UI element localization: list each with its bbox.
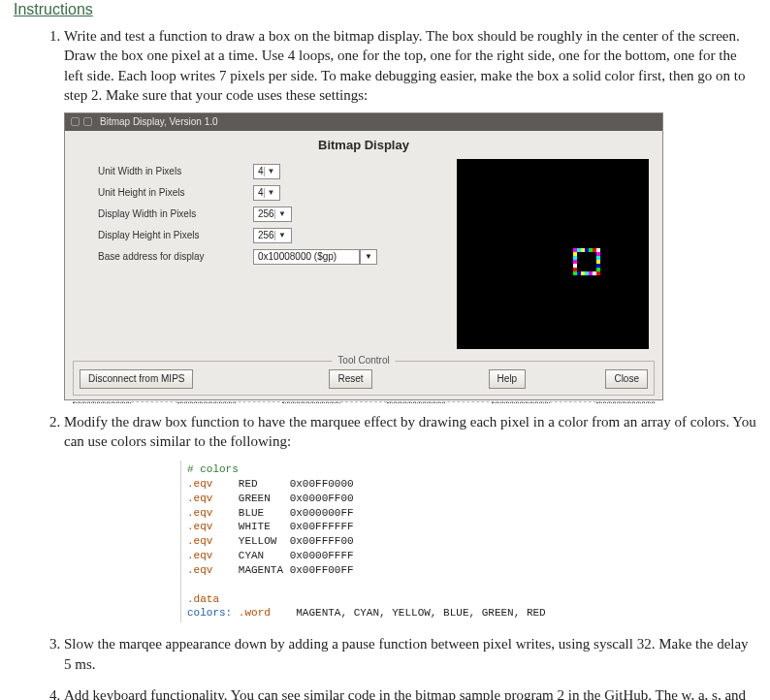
tool-control-legend: Tool Control xyxy=(332,354,395,367)
instruction-text-2: Modify the draw box function to have the… xyxy=(64,414,756,449)
base-address-field[interactable]: 0x10008000 ($gp) xyxy=(253,249,360,265)
window-titlebar: Bitmap Display, Version 1.0 xyxy=(65,113,662,131)
setting-unit-width: Unit Width in Pixels 4 ▼ xyxy=(98,161,385,182)
page-title: Instructions xyxy=(14,0,756,26)
unit-height-dropdown[interactable]: 4 ▼ xyxy=(253,185,280,201)
instruction-item-1: Write and test a function to draw a box … xyxy=(64,26,756,400)
chevron-down-icon: ▼ xyxy=(274,209,289,220)
close-button[interactable]: Close xyxy=(605,369,648,389)
bitmap-display-window: Bitmap Display, Version 1.0 Bitmap Displ… xyxy=(64,112,663,400)
setting-label: Display Width in Pixels xyxy=(98,207,253,221)
instruction-text-4: Add keyboard functionality. You can see … xyxy=(64,687,746,700)
code-sample: # colors .eqv RED 0x00FF0000 .eqv GREEN … xyxy=(180,461,588,622)
dropdown-value: 256 xyxy=(258,207,274,221)
window-control-icon[interactable] xyxy=(83,117,92,126)
bitmap-display-canvas xyxy=(457,159,649,349)
instruction-text-3: Slow the marqee appearance down by addin… xyxy=(64,636,749,671)
setting-unit-height: Unit Height in Pixels 4 ▼ xyxy=(98,182,385,204)
dropdown-value: 256 xyxy=(258,229,274,242)
setting-label: Unit Height in Pixels xyxy=(98,186,253,200)
setting-label: Base address for display xyxy=(98,250,253,264)
setting-display-height: Display Height in Pixels 256 ▼ xyxy=(98,225,385,246)
chevron-down-icon: ▼ xyxy=(264,167,278,177)
setting-label: Display Height in Pixels xyxy=(98,229,253,242)
instruction-item-4: Add keyboard functionality. You can see … xyxy=(64,685,756,700)
display-height-dropdown[interactable]: 256 ▼ xyxy=(253,228,292,243)
display-width-dropdown[interactable]: 256 ▼ xyxy=(253,207,292,222)
window-title-text: Bitmap Display, Version 1.0 xyxy=(100,115,218,129)
setting-display-width: Display Width in Pixels 256 ▼ xyxy=(98,204,385,225)
base-address-dropdown[interactable]: ▼ xyxy=(360,249,377,265)
chevron-down-icon: ▼ xyxy=(264,188,278,199)
dotted-rule xyxy=(73,401,655,402)
setting-base-address: Base address for display 0x10008000 ($gp… xyxy=(98,246,385,268)
drawn-box xyxy=(573,248,600,275)
instruction-item-3: Slow the marqee appearance down by addin… xyxy=(64,634,756,674)
unit-width-dropdown[interactable]: 4 ▼ xyxy=(253,164,280,179)
chevron-down-icon: ▼ xyxy=(365,252,372,263)
chevron-down-icon: ▼ xyxy=(274,231,289,241)
settings-panel: Unit Width in Pixels 4 ▼ Unit Height in … xyxy=(75,159,385,349)
setting-label: Unit Width in Pixels xyxy=(98,165,253,178)
tool-control-panel: Tool Control Disconnect from MIPS Reset … xyxy=(73,361,655,396)
tool-heading: Bitmap Display xyxy=(65,131,662,158)
window-control-icon[interactable] xyxy=(71,117,80,126)
disconnect-button[interactable]: Disconnect from MIPS xyxy=(80,369,193,389)
help-button[interactable]: Help xyxy=(489,369,527,389)
instructions-list: Write and test a function to draw a box … xyxy=(14,26,756,700)
dropdown-value: 0x10008000 ($gp) xyxy=(258,250,337,264)
reset-button[interactable]: Reset xyxy=(329,369,371,389)
instruction-item-2: Modify the draw box function to have the… xyxy=(64,412,756,623)
instruction-text-1: Write and test a function to draw a box … xyxy=(64,28,746,103)
